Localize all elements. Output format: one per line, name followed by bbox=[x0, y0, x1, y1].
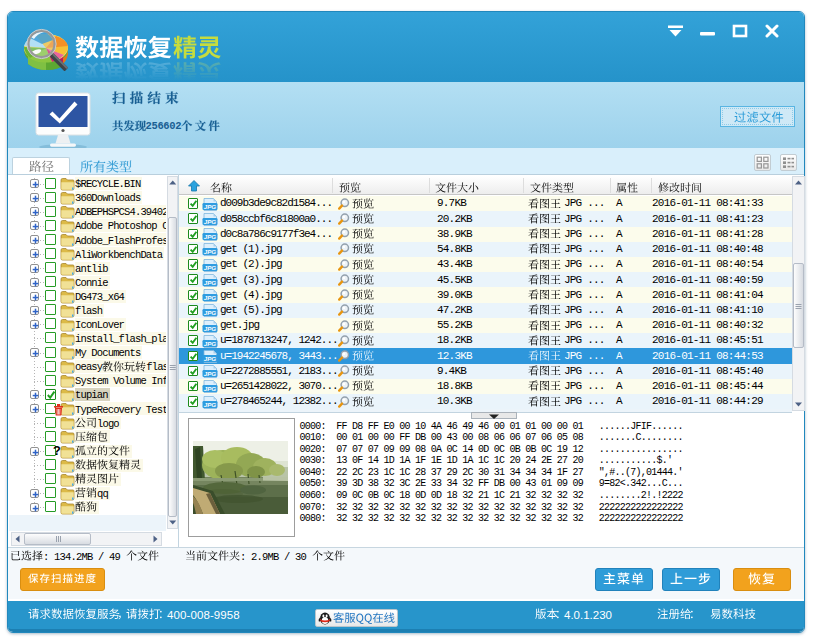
svg-text:JPG: JPG bbox=[204, 294, 217, 301]
svg-text:JPG: JPG bbox=[204, 355, 217, 362]
svg-text:JPG: JPG bbox=[204, 401, 217, 408]
svg-text:JPG: JPG bbox=[204, 309, 217, 316]
svg-text:JPG: JPG bbox=[204, 263, 217, 270]
svg-text:JPG: JPG bbox=[204, 218, 217, 225]
svg-text:JPG: JPG bbox=[204, 248, 217, 255]
svg-text:JPG: JPG bbox=[204, 233, 217, 240]
svg-text:JPG: JPG bbox=[204, 203, 217, 210]
svg-text:JPG: JPG bbox=[204, 324, 217, 331]
svg-text:JPG: JPG bbox=[204, 279, 217, 286]
svg-text:JPG: JPG bbox=[204, 370, 217, 377]
svg-text:JPG: JPG bbox=[204, 385, 217, 392]
svg-text:JPG: JPG bbox=[204, 340, 217, 347]
